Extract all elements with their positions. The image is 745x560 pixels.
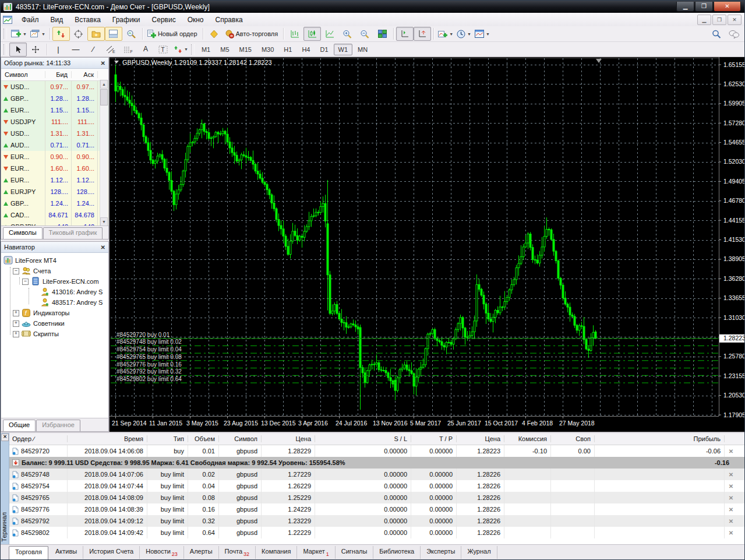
- terminal-toggle-button[interactable]: [105, 27, 122, 41]
- order-row-84529802[interactable]: 845298022018.09.04 14:09:42buy limit0.64…: [9, 527, 745, 538]
- zoom-out-button[interactable]: [356, 27, 373, 41]
- orders-column-3[interactable]: Тип: [147, 435, 188, 442]
- new-order-button[interactable]: Новый ордер: [145, 27, 200, 41]
- market-watch-close-icon[interactable]: ✕: [101, 60, 105, 66]
- orders-column-11[interactable]: Своп: [551, 435, 595, 442]
- navigator-item-счета[interactable]: −Счета: [1, 266, 108, 276]
- toolbar-grip[interactable]: [3, 44, 7, 55]
- tree-expander-icon[interactable]: +: [13, 331, 19, 337]
- tab-favorites[interactable]: Избранное: [36, 420, 80, 431]
- bar-chart-button[interactable]: [286, 27, 303, 41]
- menu-item-6[interactable]: Окно: [182, 14, 210, 26]
- column-bid[interactable]: Бид: [45, 71, 72, 78]
- bottom-tab-почта[interactable]: Почта32: [219, 546, 256, 559]
- data-window-button[interactable]: [70, 27, 87, 41]
- close-button[interactable]: ✕: [714, 2, 741, 12]
- tree-expander-icon[interactable]: −: [22, 279, 29, 285]
- vertical-line-tool-button[interactable]: |: [50, 43, 67, 57]
- market-watch-row[interactable]: EUR...1.60...1.60...: [1, 163, 108, 174]
- menu-item-1[interactable]: Файл: [16, 14, 45, 26]
- orders-column-7[interactable]: S / L: [315, 435, 411, 442]
- bottom-tab-активы[interactable]: Активы: [50, 546, 83, 559]
- trendline-tool-button[interactable]: ∕: [84, 43, 102, 57]
- timeframe-m5[interactable]: M5: [216, 44, 234, 55]
- timeframe-m1[interactable]: M1: [197, 44, 215, 55]
- restore-button[interactable]: ❐: [695, 2, 713, 12]
- bottom-tab-журнал[interactable]: Журнал: [461, 546, 497, 559]
- orders-column-6[interactable]: Цена: [262, 435, 315, 442]
- new-chart-button[interactable]: ▼: [9, 27, 29, 41]
- metaeditor-button[interactable]: [206, 27, 223, 41]
- bottom-tab-библиотека[interactable]: Библиотека: [373, 546, 421, 559]
- bottom-tab-маркет[interactable]: Маркет1: [297, 546, 335, 559]
- close-order-icon[interactable]: ✕: [725, 483, 737, 489]
- navigator-item-liteforex-mt4[interactable]: LiteForex MT4: [1, 255, 108, 266]
- child-restore-button[interactable]: ❐: [712, 15, 726, 25]
- orders-column-10[interactable]: Комиссия: [504, 435, 551, 442]
- profiles-button[interactable]: ▼: [29, 27, 47, 41]
- navigator-item-413016-andrey-s[interactable]: 413016: Andrey S: [1, 287, 108, 297]
- toolbar-grip[interactable]: [3, 29, 7, 39]
- navigator-item-483517-andrey-s[interactable]: 483517: Andrey S: [1, 297, 108, 308]
- terminal-close-icon[interactable]: ✕: [1, 434, 9, 441]
- scrollbar-thumb[interactable]: [100, 89, 108, 105]
- chat-button[interactable]: [725, 27, 743, 41]
- navigator-toggle-button[interactable]: [87, 27, 105, 41]
- close-order-icon[interactable]: ✕: [725, 448, 737, 455]
- search-button[interactable]: [708, 27, 725, 41]
- arrows-tool-button[interactable]: ▼: [172, 43, 190, 57]
- market-watch-row[interactable]: GBP...1.24...1.24...: [1, 198, 108, 209]
- orders-column-2[interactable]: Время: [68, 435, 147, 442]
- navigator-close-icon[interactable]: ✕: [101, 244, 105, 251]
- order-row-84529754[interactable]: 845297542018.09.04 14:07:44buy limit0.04…: [9, 480, 745, 492]
- minimize-button[interactable]: ▁: [676, 2, 694, 12]
- navigator-item-советники[interactable]: +Советники: [1, 318, 108, 329]
- price-chart[interactable]: #84529720 buy 0.01#84529748 buy limit 0.…: [110, 57, 745, 432]
- bottom-tab-компания[interactable]: Компания: [256, 546, 297, 559]
- order-row-84529776[interactable]: 845297762018.09.04 14:08:39buy limit0.16…: [9, 503, 745, 515]
- menu-item-7[interactable]: Справка: [210, 14, 249, 26]
- zoom-in-button[interactable]: [338, 27, 356, 41]
- menu-item-4[interactable]: Графики: [107, 14, 146, 26]
- tile-windows-button[interactable]: [373, 27, 391, 41]
- navigator-item-liteforex-ecn-com[interactable]: −LiteForex-ECN.com: [1, 276, 108, 287]
- child-close-button[interactable]: ✕: [728, 15, 742, 25]
- crosshair-tool-button[interactable]: [27, 43, 44, 57]
- market-watch-row[interactable]: EUR...0.90...0.90...: [1, 151, 108, 163]
- chart-autoscroll-button[interactable]: [414, 27, 431, 41]
- market-watch-row[interactable]: EUR...1.15...1.15...: [1, 104, 108, 116]
- menu-item-5[interactable]: Сервис: [146, 14, 182, 26]
- column-ask[interactable]: Аск: [72, 71, 98, 78]
- horizontal-line-tool-button[interactable]: —: [67, 43, 84, 57]
- market-watch-row[interactable]: USDJPY111....111....: [1, 116, 108, 128]
- tab-tick-chart[interactable]: Тиковый график: [43, 227, 103, 239]
- market-watch-scrollbar[interactable]: ▲ ▼: [100, 80, 108, 226]
- text-label-tool-button[interactable]: T: [154, 43, 172, 57]
- bottom-tab-эксперты[interactable]: Эксперты: [421, 546, 461, 559]
- market-watch-row[interactable]: CAD...84.67184.678: [1, 209, 108, 221]
- tab-symbols[interactable]: Символы: [3, 227, 43, 239]
- timeframe-m30[interactable]: M30: [257, 44, 278, 55]
- order-row-84529765[interactable]: 845297652018.09.04 14:08:09buy limit0.08…: [9, 492, 745, 503]
- navigator-item-скрипты[interactable]: +Скрипты: [1, 329, 108, 339]
- chart-shift-button[interactable]: [396, 27, 414, 41]
- candlestick-chart-button[interactable]: [303, 27, 321, 41]
- market-watch-row[interactable]: AUD...0.71...0.71...: [1, 139, 108, 151]
- navigator-item-индикаторы[interactable]: +fИндикаторы: [1, 308, 108, 318]
- balance-row[interactable]: Баланс: 9 999.11 USD Средства: 9 998.95 …: [9, 457, 745, 469]
- bottom-tab-торговля[interactable]: Торговля: [9, 546, 48, 559]
- timeframe-mn[interactable]: MN: [353, 44, 372, 55]
- close-order-icon[interactable]: ✕: [725, 506, 737, 513]
- close-order-icon[interactable]: ✕: [725, 530, 737, 536]
- close-order-icon[interactable]: ✕: [725, 471, 737, 478]
- cursor-tool-button[interactable]: [9, 43, 27, 57]
- child-minimize-button[interactable]: ▁: [697, 15, 711, 25]
- scroll-up-icon[interactable]: ▲: [100, 80, 108, 89]
- column-symbol[interactable]: Символ: [1, 71, 45, 78]
- tab-common[interactable]: Общие: [3, 420, 36, 431]
- templates-button[interactable]: ▼: [473, 27, 492, 41]
- timeframe-h4[interactable]: H4: [297, 44, 315, 55]
- menu-item-2[interactable]: Вид: [45, 14, 69, 26]
- order-row-84529792[interactable]: 845297922018.09.04 14:09:12buy limit0.32…: [9, 515, 745, 527]
- timeframe-d1[interactable]: D1: [315, 44, 333, 55]
